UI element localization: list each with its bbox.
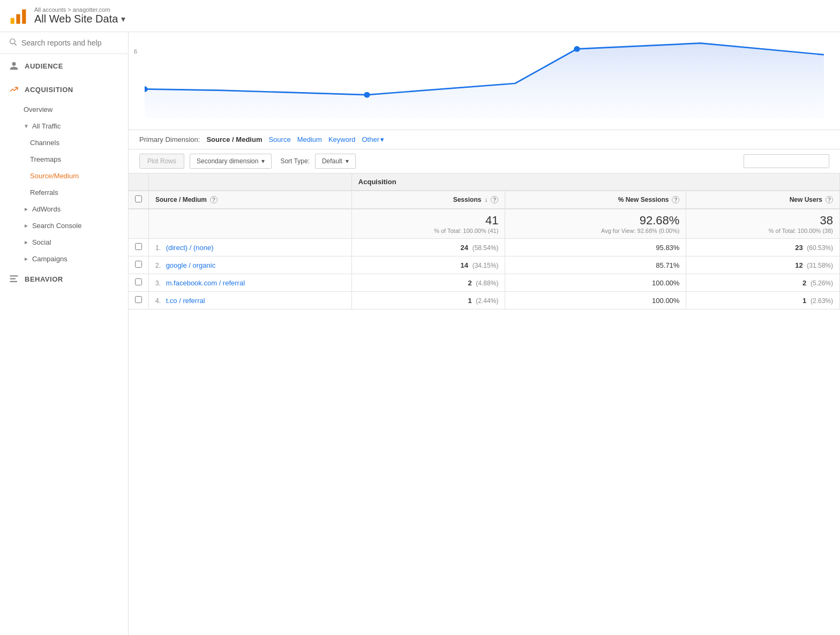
new-users-value: 12 — [795, 261, 802, 269]
new-users-pct: (5.26%) — [811, 279, 833, 287]
table-search-input[interactable] — [744, 154, 829, 168]
total-new-users-sub: % of Total: 100.00% (38) — [693, 228, 833, 234]
svg-point-10 — [364, 92, 370, 98]
sidebar-item-audience[interactable]: AUDIENCE — [0, 54, 128, 78]
new-users-pct: (31.58%) — [807, 262, 833, 269]
source-medium-link[interactable]: m.facebook.com / referral — [166, 279, 245, 287]
source-medium-link[interactable]: t.co / referral — [166, 297, 205, 305]
sidebar-item-referrals[interactable]: Referrals — [0, 184, 128, 201]
chart-area: 6 — [129, 32, 840, 130]
search-input[interactable] — [21, 39, 119, 47]
row-checkbox[interactable] — [135, 278, 142, 285]
sidebar-item-acquisition[interactable]: ACQUISITION — [0, 78, 128, 101]
other-dropdown-arrow: ▾ — [380, 135, 384, 143]
plot-rows-button[interactable]: Plot Rows — [139, 154, 184, 169]
sessions-pct: (4.88%) — [476, 279, 498, 287]
app-header: All accounts > anagotter.com All Web Sit… — [0, 0, 840, 32]
sidebar-item-search-console[interactable]: ► Search Console — [0, 217, 128, 234]
row-new-users: 1 (2.63%) — [686, 292, 840, 309]
chart-container: 6 — [129, 32, 840, 128]
row-sessions: 2 (4.88%) — [351, 274, 505, 292]
sidebar-item-treemaps[interactable]: Treemaps — [0, 151, 128, 168]
row-checkbox-cell[interactable] — [129, 274, 149, 292]
th-source-medium[interactable]: Source / Medium ? — [149, 191, 352, 209]
row-new-users: 23 (60.53%) — [686, 239, 840, 256]
pct-new-sessions-help-icon[interactable]: ? — [672, 196, 679, 203]
row-checkbox-cell[interactable] — [129, 256, 149, 274]
total-pct-new-value: 92.68% — [640, 214, 680, 227]
th-source-medium-spacer — [149, 173, 352, 191]
row-checkbox[interactable] — [135, 243, 142, 250]
row-number: 3. — [155, 279, 161, 287]
svg-marker-8 — [145, 43, 824, 118]
site-dropdown-arrow[interactable]: ▾ — [121, 14, 125, 24]
sessions-value: 2 — [468, 279, 472, 287]
row-checkbox[interactable] — [135, 296, 142, 303]
primary-dimension-selected: Source / Medium — [206, 135, 262, 143]
audience-icon — [9, 61, 19, 71]
table-row: 1. (direct) / (none) 24 (58.54%) 95.83% … — [129, 239, 840, 256]
sidebar-item-campaigns[interactable]: ► Campaigns — [0, 251, 128, 267]
row-checkbox[interactable] — [135, 261, 142, 268]
total-label-cell — [149, 209, 352, 239]
sessions-help-icon[interactable]: ? — [491, 196, 498, 203]
new-users-value: 1 — [802, 297, 806, 305]
pct-new-value: 95.83% — [656, 244, 679, 252]
th-new-users[interactable]: New Users ? — [686, 191, 840, 209]
source-medium-help-icon[interactable]: ? — [210, 196, 218, 203]
row-pct-new: 85.71% — [505, 256, 686, 274]
th-acquisition-group: Acquisition — [351, 173, 839, 191]
primary-dimension-source[interactable]: Source — [268, 135, 290, 143]
secondary-dimension-dropdown[interactable]: Secondary dimension ▾ — [190, 154, 272, 169]
total-sessions-value: 41 — [485, 214, 498, 227]
sidebar-item-social[interactable]: ► Social — [0, 234, 128, 251]
total-sessions-sub: % of Total: 100.00% (41) — [358, 228, 499, 234]
search-console-expand-arrow: ► — [24, 223, 29, 229]
secondary-dim-dropdown-arrow: ▾ — [261, 157, 265, 165]
th-sessions[interactable]: Sessions ↓ ? — [351, 191, 505, 209]
sidebar-item-all-traffic[interactable]: ▼ All Traffic — [0, 118, 128, 134]
total-new-users-cell: 38 % of Total: 100.00% (38) — [686, 209, 840, 239]
sidebar-item-adwords[interactable]: ► AdWords — [0, 201, 128, 217]
sidebar-item-channels[interactable]: Channels — [0, 134, 128, 151]
row-sessions: 14 (34.15%) — [351, 256, 505, 274]
source-medium-link[interactable]: google / organic — [166, 261, 216, 269]
select-all-checkbox[interactable] — [135, 195, 142, 202]
new-users-pct: (60.53%) — [807, 244, 833, 252]
all-traffic-expand-arrow: ▼ — [24, 123, 29, 129]
behavior-icon — [9, 274, 19, 284]
th-select-all[interactable] — [129, 191, 149, 209]
header-text: All accounts > anagotter.com All Web Sit… — [34, 6, 125, 25]
sidebar: AUDIENCE ACQUISITION Overview ▼ All Traf… — [0, 32, 129, 635]
sessions-value: 14 — [461, 261, 468, 269]
row-pct-new: 100.00% — [505, 292, 686, 309]
primary-dimension-bar: Primary Dimension: Source / Medium Sourc… — [129, 130, 840, 149]
svg-rect-1 — [16, 14, 20, 24]
sidebar-item-behavior[interactable]: BEHAVIOR — [0, 267, 128, 291]
source-medium-link[interactable]: (direct) / (none) — [166, 244, 214, 252]
primary-dimension-medium[interactable]: Medium — [297, 135, 322, 143]
site-title: All Web Site Data ▾ — [34, 13, 125, 25]
sort-dropdown-arrow: ▾ — [346, 157, 349, 165]
sessions-value: 1 — [468, 297, 472, 305]
primary-dimension-keyword[interactable]: Keyword — [328, 135, 356, 143]
row-checkbox-cell[interactable] — [129, 292, 149, 309]
search-bar — [0, 32, 128, 54]
new-users-help-icon[interactable]: ? — [826, 196, 833, 203]
table-row: 4. t.co / referral 1 (2.44%) 100.00% 1 (… — [129, 292, 840, 309]
row-number: 1. — [155, 244, 161, 252]
sidebar-item-source-medium[interactable]: Source/Medium — [0, 168, 128, 184]
total-sessions-cell: 41 % of Total: 100.00% (41) — [351, 209, 505, 239]
svg-point-11 — [574, 46, 580, 52]
primary-dimension-other[interactable]: Other ▾ — [362, 135, 384, 143]
data-table: Acquisition Source / Medium ? — [129, 173, 840, 309]
sidebar-item-overview[interactable]: Overview — [0, 101, 128, 118]
svg-rect-6 — [10, 278, 16, 279]
acquisition-label: ACQUISITION — [25, 86, 73, 94]
new-users-pct: (2.63%) — [811, 297, 833, 305]
table-row: 2. google / organic 14 (34.15%) 85.71% 1… — [129, 256, 840, 274]
sort-default-dropdown[interactable]: Default ▾ — [315, 154, 356, 169]
row-checkbox-cell[interactable] — [129, 239, 149, 256]
th-pct-new-sessions[interactable]: % New Sessions ? — [505, 191, 686, 209]
google-analytics-logo — [9, 6, 28, 26]
